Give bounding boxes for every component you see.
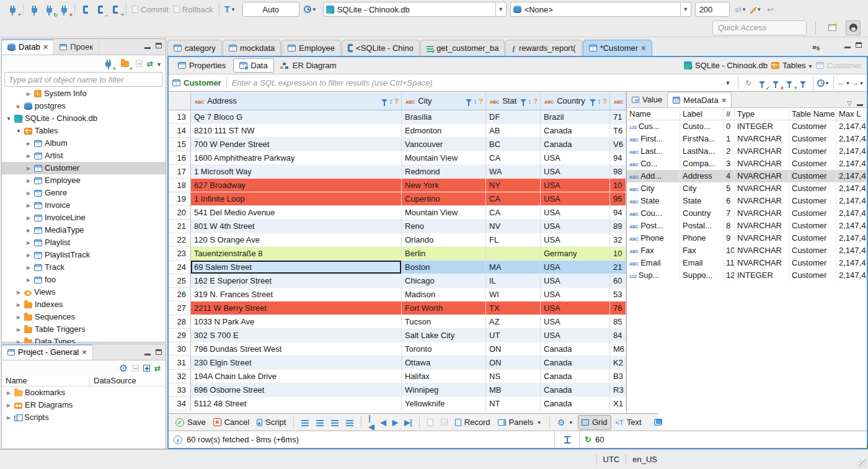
execution-time-button[interactable]: ▾ bbox=[817, 76, 830, 90]
cell-country[interactable]: USA bbox=[541, 329, 610, 342]
cell-country[interactable]: USA bbox=[541, 302, 610, 315]
cell-postalcode[interactable]: 21 bbox=[610, 261, 626, 274]
resize-grip[interactable] bbox=[859, 460, 867, 468]
md-cell-table[interactable]: Customer bbox=[789, 244, 836, 257]
tree-item[interactable]: Employee bbox=[2, 174, 166, 187]
zoom-cell-button[interactable] bbox=[438, 415, 451, 430]
filter-help-icon[interactable] bbox=[533, 96, 538, 105]
editor-tab[interactable]: mockdata bbox=[223, 40, 281, 56]
cell-city[interactable]: Chicago bbox=[402, 274, 486, 288]
column-header-address[interactable]: Address bbox=[191, 92, 402, 110]
cell-postalcode[interactable]: 53 bbox=[610, 288, 626, 302]
md-cell-type[interactable]: NVARCHAR bbox=[735, 244, 789, 257]
cell-postalcode[interactable]: 76 bbox=[610, 302, 626, 315]
row-number-cell[interactable]: 34 bbox=[169, 397, 191, 411]
md-cell-name[interactable]: Last... bbox=[627, 145, 680, 158]
md-cell-num[interactable]: 9 bbox=[724, 232, 735, 244]
md-cell-name[interactable]: Phone bbox=[627, 232, 680, 244]
metadata-row[interactable]: City City 5 NVARCHAR Customer 2,147,483 bbox=[627, 182, 867, 195]
tree-item[interactable]: Tables bbox=[2, 125, 166, 137]
cell-postalcode[interactable]: 94 bbox=[610, 151, 626, 165]
cell-city[interactable]: Ottawa bbox=[402, 356, 486, 370]
cell-state[interactable]: UT bbox=[486, 329, 541, 342]
tree-item[interactable]: Invoice bbox=[2, 199, 166, 212]
cell-country[interactable]: Canada bbox=[541, 138, 610, 151]
panel-tab[interactable]: Value bbox=[627, 92, 667, 107]
cell-address[interactable]: 162 E Superior Street bbox=[191, 274, 402, 288]
md-cell-max[interactable]: 2,147,483 bbox=[836, 145, 867, 158]
row-number-cell[interactable]: 31 bbox=[169, 356, 191, 370]
cell-postalcode[interactable]: X1 bbox=[610, 397, 626, 411]
md-cell-max[interactable]: 2,147,483 bbox=[836, 133, 867, 145]
md-cell-label[interactable]: Address bbox=[680, 170, 724, 182]
cell-address[interactable]: 696 Osborne Street bbox=[191, 383, 402, 397]
cell-city[interactable]: Cupertino bbox=[402, 192, 486, 206]
grid-row[interactable]: 26 319 N. Frances Street Madison WI USA … bbox=[169, 288, 626, 302]
tree-item[interactable]: Table Triggers bbox=[2, 323, 166, 336]
refresh-status[interactable]: 60 bbox=[579, 431, 658, 448]
md-cell-max[interactable]: 2,147,483 bbox=[836, 220, 867, 232]
md-cell-table[interactable]: Customer bbox=[789, 170, 836, 182]
cell-state[interactable]: CA bbox=[486, 151, 541, 165]
row-number-cell[interactable]: 21 bbox=[169, 220, 191, 233]
md-cell-type[interactable]: NVARCHAR bbox=[735, 220, 789, 232]
md-column-type[interactable]: Type bbox=[735, 108, 789, 120]
caret-right-icon[interactable] bbox=[6, 398, 12, 412]
nav-forward-button[interactable]: ▾ bbox=[851, 76, 864, 90]
row-number-cell[interactable]: 18 bbox=[169, 179, 191, 192]
breadcrumb-item[interactable]: Customer bbox=[816, 61, 862, 70]
md-cell-type[interactable]: NVARCHAR bbox=[735, 170, 789, 182]
cell-state[interactable]: TX bbox=[486, 302, 541, 315]
transaction-log-button[interactable]: T▾ bbox=[223, 2, 237, 17]
md-cell-table[interactable]: Customer bbox=[789, 120, 836, 133]
go-to-row-button[interactable] bbox=[424, 415, 436, 430]
caret-right-icon[interactable] bbox=[25, 136, 32, 150]
md-cell-label[interactable]: Suppo... bbox=[680, 269, 724, 282]
md-cell-label[interactable]: State bbox=[680, 195, 724, 207]
md-column-max[interactable]: Max L bbox=[836, 108, 867, 120]
disconnect-button[interactable]: × bbox=[56, 2, 71, 17]
row-number-cell[interactable]: 23 bbox=[169, 247, 191, 261]
sort-icon[interactable] bbox=[528, 96, 532, 105]
cell-country[interactable]: Canada bbox=[541, 383, 610, 397]
grid-row[interactable]: 27 2211 W Berry Street Fort Worth TX USA… bbox=[169, 302, 626, 315]
panel-tab[interactable]: MetaData bbox=[667, 92, 732, 107]
tree-item[interactable]: Customer bbox=[2, 162, 166, 174]
filter-help-icon[interactable] bbox=[603, 96, 607, 105]
cell-state[interactable]: FL bbox=[486, 233, 541, 247]
cell-address[interactable]: Tauentzienstraße 8 bbox=[191, 247, 402, 261]
grid-row[interactable]: 17 1 Microsoft Way Redmond WA USA 98 bbox=[169, 165, 626, 179]
collapse-all-icon[interactable] bbox=[132, 365, 139, 372]
link-with-editor-icon[interactable] bbox=[147, 59, 153, 68]
cell-state[interactable]: NV bbox=[486, 220, 541, 233]
cell-address[interactable]: 230 Elgin Street bbox=[191, 356, 402, 370]
tree-item[interactable]: System Info bbox=[2, 87, 166, 100]
apply-filter-button[interactable]: ✓ bbox=[755, 76, 769, 90]
cell-postalcode[interactable]: 10 bbox=[610, 247, 626, 261]
md-cell-table[interactable]: Customer bbox=[789, 207, 836, 220]
cell-address[interactable]: 302 S 700 E bbox=[191, 329, 402, 342]
tree-item[interactable]: MediaType bbox=[2, 224, 166, 236]
md-cell-table[interactable]: Customer bbox=[789, 232, 836, 244]
filter-icon[interactable] bbox=[590, 99, 596, 103]
md-cell-name[interactable]: Fax bbox=[627, 244, 680, 257]
next-row-button[interactable]: ▶ bbox=[390, 418, 401, 427]
caret-right-icon[interactable] bbox=[6, 386, 12, 400]
md-cell-name[interactable]: First... bbox=[627, 133, 680, 145]
md-cell-table[interactable]: Customer bbox=[789, 257, 836, 269]
tree-item[interactable]: Sequences bbox=[2, 311, 166, 323]
cell-state[interactable]: NT bbox=[486, 397, 541, 411]
caret-right-icon[interactable] bbox=[16, 298, 22, 311]
duplicate-row-button[interactable]: (+) bbox=[328, 415, 342, 430]
grid-row[interactable]: 29 302 S 700 E Salt Lake City UT USA 84 bbox=[169, 329, 626, 342]
md-cell-num[interactable]: 3 bbox=[724, 158, 735, 170]
cell-country[interactable]: USA bbox=[541, 206, 610, 220]
md-cell-max[interactable]: 2,147,483 bbox=[836, 207, 867, 220]
md-cell-max[interactable]: 2,147,483 bbox=[836, 195, 867, 207]
column-header-postalcode[interactable] bbox=[610, 92, 626, 110]
md-cell-label[interactable]: Phone bbox=[680, 232, 724, 244]
tree-item[interactable]: postgres bbox=[2, 100, 166, 112]
md-cell-label[interactable]: Fax bbox=[680, 244, 724, 257]
connect-button[interactable] bbox=[27, 2, 42, 17]
cell-state[interactable]: CA bbox=[486, 192, 541, 206]
